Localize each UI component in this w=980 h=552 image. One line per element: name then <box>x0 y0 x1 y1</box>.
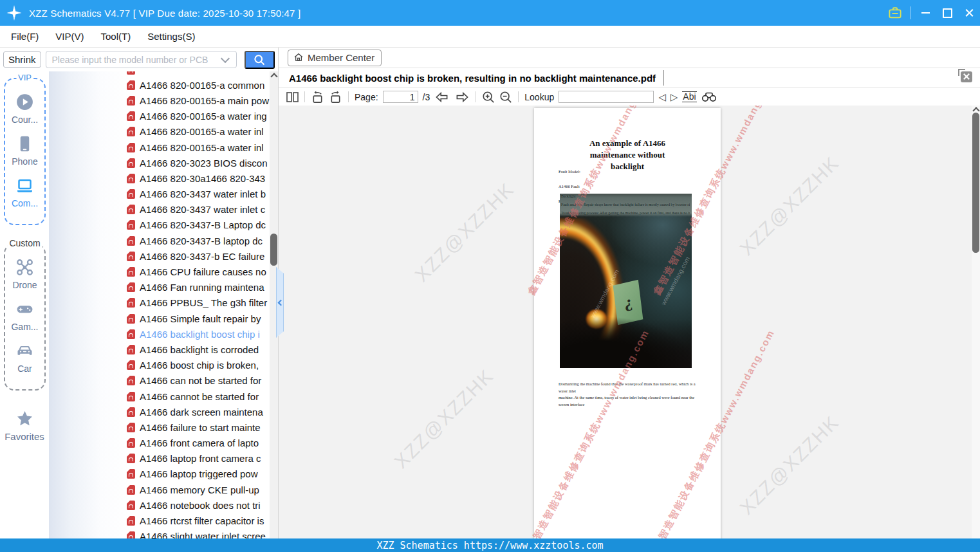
list-item[interactable]: A1466 memory CKE pull-up <box>49 482 270 497</box>
star-icon <box>16 410 33 427</box>
search-button[interactable] <box>245 51 275 69</box>
lookup-input[interactable] <box>559 91 654 103</box>
laptop-icon <box>16 177 33 194</box>
license-briefcase-icon[interactable] <box>884 4 906 22</box>
list-item[interactable]: A1466 Simple fault repair by <box>49 311 270 326</box>
minimize-button[interactable] <box>914 4 936 22</box>
list-item[interactable]: A1466 backlight is corroded <box>49 342 270 357</box>
list-item[interactable]: A1466 slight water inlet scree <box>49 529 270 538</box>
list-item[interactable]: A1466 Fan running maintena <box>49 280 270 295</box>
phone-icon <box>16 135 33 152</box>
list-item-label: A1466 backlight is corroded <box>140 344 259 355</box>
search-toolbar: Shrink <box>0 48 278 71</box>
rotate-left-icon[interactable] <box>311 91 324 104</box>
category-sidebar: VIP Cour... Phone Com... <box>0 71 49 538</box>
watermark-gray: XZZ@XZZHK <box>735 411 844 519</box>
list-item[interactable]: A1466 rtcrst filter capacitor is <box>49 513 270 528</box>
scrollbar-thumb[interactable] <box>972 113 979 253</box>
shrink-button[interactable]: Shrink <box>3 51 41 68</box>
list-item-label: A1466 820-00165-a water inl <box>140 126 264 137</box>
list-item[interactable]: A1466 laptop triggered pow <box>49 466 270 482</box>
sidebar-item-phone[interactable]: Phone <box>5 135 44 167</box>
list-item[interactable]: A1466 notebook does not tri <box>49 497 270 513</box>
pdf-file-icon <box>127 267 135 277</box>
list-item[interactable]: A1466 820-00165-a water ing <box>49 109 270 124</box>
sidebar-item-game[interactable]: Gam... <box>5 300 44 332</box>
pdf-file-icon <box>127 376 135 385</box>
close-tab-icon[interactable] <box>961 71 972 82</box>
find-previous-icon[interactable]: ◁ <box>658 92 666 102</box>
pdf-viewer[interactable]: An example of A1466 maintenance without … <box>279 106 980 538</box>
menu-vip[interactable]: VIP(V) <box>47 26 92 47</box>
vip-group-label: VIP <box>16 73 33 82</box>
list-item[interactable]: A1466 820-3437-b EC failure <box>49 248 270 264</box>
list-item[interactable] <box>49 71 270 77</box>
sidebar-item-car[interactable]: Car <box>5 342 44 374</box>
panel-collapse-handle[interactable] <box>276 267 284 338</box>
sidebar-item-course[interactable]: Cour... <box>5 93 44 125</box>
pdf-title: An example of A1466 maintenance without … <box>534 138 721 173</box>
page-total: /3 <box>423 92 430 102</box>
list-item-label: A1466 820-3023 BIOS discon <box>140 158 267 169</box>
list-item[interactable]: A1466 front camera of lapto <box>49 436 270 451</box>
chevron-down-icon[interactable] <box>220 53 229 62</box>
list-item[interactable]: A1466 820-00165-a water inl <box>49 140 270 155</box>
pdf-file-icon <box>127 392 135 401</box>
active-document-tab[interactable]: A1466 backlight boost chip is broken, re… <box>289 73 656 84</box>
sidebar-item-drone[interactable]: Drone <box>5 259 44 290</box>
list-item[interactable]: A1466 failure to start mainte <box>49 419 270 435</box>
sidebar-item-computer[interactable]: Com... <box>5 177 44 208</box>
viewer-scrollbar[interactable] <box>972 106 980 538</box>
page-number-input[interactable] <box>383 91 418 103</box>
previous-page-icon[interactable] <box>434 91 450 103</box>
pdf-file-icon <box>127 143 135 152</box>
two-page-view-icon[interactable] <box>286 92 299 102</box>
menu-tool[interactable]: Tool(T) <box>93 26 140 47</box>
sidebar-item-favorites[interactable]: Favorites <box>0 410 49 442</box>
search-input[interactable] <box>46 55 218 65</box>
zoom-out-icon[interactable] <box>499 91 512 104</box>
list-item[interactable]: A1466 820-3023 BIOS discon <box>49 155 270 170</box>
list-item[interactable]: A1466 820-3437-B laptop dc <box>49 233 270 248</box>
list-item[interactable]: A1466 820-00165-a water inl <box>49 124 270 140</box>
list-item[interactable]: A1466 backlight boost chip i <box>49 326 270 342</box>
text-select-icon[interactable]: Abi <box>682 91 696 102</box>
pdf-file-icon <box>127 252 135 261</box>
list-item[interactable]: A1466 CPU failure causes no <box>49 264 270 279</box>
list-item[interactable]: A1466 PPBUS_ The g3h filter <box>49 295 270 311</box>
watermark-gray: XZZ@XZZHK <box>411 178 519 286</box>
list-item[interactable]: A1466 820-3437 water inlet c <box>49 202 270 217</box>
next-page-icon[interactable] <box>454 91 470 103</box>
list-item[interactable]: A1466 820-3437 water inlet b <box>49 187 270 202</box>
pdf-file-icon <box>127 80 135 90</box>
scrollbar-thumb[interactable] <box>270 234 277 266</box>
list-item[interactable]: A1466 boost chip is broken, <box>49 358 270 373</box>
pdf-file-icon <box>127 298 135 308</box>
pdf-file-icon <box>127 407 135 417</box>
rotate-right-icon[interactable] <box>329 91 342 104</box>
list-item[interactable]: A1466 cannot be started for <box>49 389 270 404</box>
close-button[interactable] <box>958 4 980 22</box>
list-item-label: A1466 CPU failure causes no <box>140 266 266 277</box>
page-label: Page: <box>355 92 378 102</box>
list-item[interactable]: A1466 820-00165-a main pow <box>49 93 270 108</box>
find-next-icon[interactable]: ▷ <box>670 92 678 102</box>
list-item[interactable]: A1466 820-3437-B Laptop dc <box>49 217 270 233</box>
titlebar-divider <box>910 6 911 19</box>
list-item[interactable]: A1466 dark screen maintena <box>49 404 270 419</box>
scroll-up-icon[interactable] <box>270 73 277 80</box>
model-search-combo[interactable] <box>46 51 237 68</box>
member-center-button[interactable]: Member Center <box>288 50 382 66</box>
maximize-button[interactable] <box>936 4 958 22</box>
menu-file[interactable]: File(F) <box>3 26 47 47</box>
statusbar: XZZ Schematics https://www.xzztools.com <box>0 538 980 552</box>
binoculars-icon[interactable] <box>701 91 717 102</box>
list-item[interactable]: A1466 820-00165-a common <box>49 77 270 93</box>
pdf-file-icon <box>127 329 135 339</box>
list-item[interactable]: A1466 laptop front camera c <box>49 451 270 466</box>
list-item[interactable]: A1466 820-30a1466 820-343 <box>49 170 270 186</box>
list-item[interactable]: A1466 can not be started for <box>49 373 270 389</box>
zoom-in-icon[interactable] <box>482 91 495 104</box>
titlebar: XZZ Schematics V4.77 [ VIP Due date: 202… <box>0 0 980 26</box>
menu-settings[interactable]: Settings(S) <box>139 26 203 47</box>
